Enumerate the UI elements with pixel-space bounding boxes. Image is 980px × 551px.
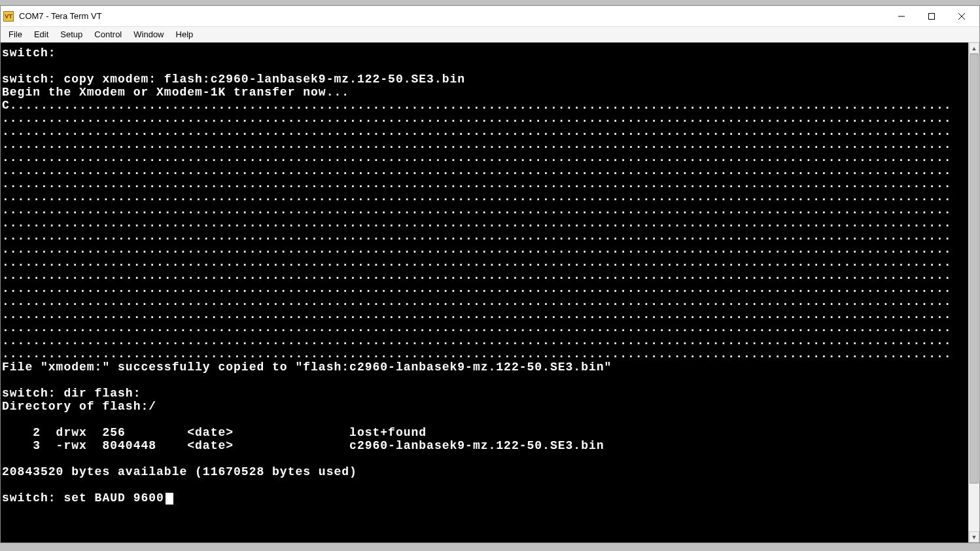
window-controls [886, 7, 977, 26]
close-button[interactable] [947, 7, 977, 26]
menubar: File Edit Setup Control Window Help [1, 27, 979, 43]
terminal-cursor [166, 493, 173, 505]
scroll-track[interactable] [969, 54, 979, 531]
menu-window[interactable]: Window [128, 28, 169, 41]
scroll-thumb[interactable] [970, 54, 979, 484]
maximize-button[interactable] [917, 7, 947, 26]
window-title: COM7 - Tera Term VT [19, 11, 886, 21]
svg-rect-1 [929, 13, 935, 19]
vertical-scrollbar[interactable]: ▲ ▼ [968, 43, 979, 542]
menu-edit[interactable]: Edit [29, 28, 54, 41]
menu-file[interactable]: File [3, 28, 27, 41]
app-icon: VT [3, 11, 14, 22]
titlebar[interactable]: VT COM7 - Tera Term VT [1, 6, 979, 27]
scroll-up-button[interactable]: ▲ [969, 43, 979, 54]
terminal-wrap: switch: switch: copy xmodem: flash:c2960… [1, 43, 979, 542]
app-window: VT COM7 - Tera Term VT File Edit Setup C… [0, 5, 980, 543]
menu-setup[interactable]: Setup [55, 28, 88, 41]
minimize-button[interactable] [886, 7, 917, 26]
menu-control[interactable]: Control [89, 28, 127, 41]
terminal-output[interactable]: switch: switch: copy xmodem: flash:c2960… [1, 43, 968, 542]
scroll-down-button[interactable]: ▼ [969, 531, 979, 542]
menu-help[interactable]: Help [171, 28, 199, 41]
